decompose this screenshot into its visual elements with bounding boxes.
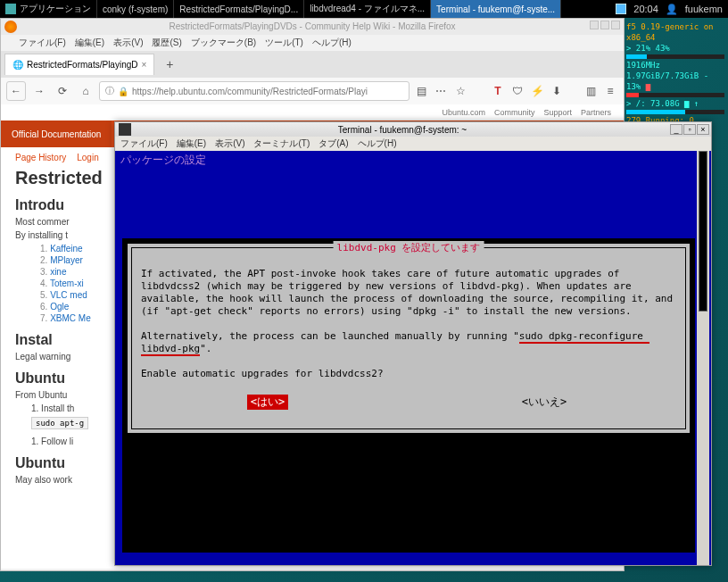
svg-rect-0 — [5, 4, 16, 14]
tray-icon[interactable] — [616, 4, 626, 14]
link-support[interactable]: Support — [543, 108, 572, 117]
conky-cpu: > 21% 43% — [626, 43, 724, 54]
link-community[interactable]: Community — [494, 108, 535, 117]
min-button[interactable] — [590, 21, 599, 29]
dialog-title: libdvd-pkg を設定しています — [334, 241, 484, 254]
sidebar-button[interactable]: ▥ — [583, 85, 599, 97]
link-login[interactable]: Login — [77, 153, 98, 162]
home-button[interactable]: ⌂ — [76, 81, 95, 101]
task-label: conky (f-system) — [103, 4, 168, 14]
terminal-body[interactable]: パッケージの設定 libdvd-pkg を設定しています If activate… — [115, 151, 711, 565]
task-label: libdvdread4 - ファイルマネ... — [310, 3, 425, 15]
xfce-taskbar: アプリケーション conky (f-system) RestrictedForm… — [0, 0, 728, 18]
tab-bar: 🌐 RestrictedFormats/PlayingD × + — [1, 51, 624, 78]
title-text: RestrictedFormats/PlayingDVDs - Communit… — [169, 21, 455, 31]
firefox-menubar: ファイル(F) 編集(E) 表示(V) 履歴(S) ブックマーク(B) ツール(… — [1, 35, 624, 51]
yes-button[interactable]: <はい> — [247, 395, 288, 410]
close-button[interactable] — [611, 21, 620, 29]
username: fuukemn — [685, 4, 723, 14]
task-firefox[interactable]: RestrictedFormats/PlayingD... — [174, 0, 304, 18]
browser-tab[interactable]: 🌐 RestrictedFormats/PlayingD × — [4, 54, 154, 75]
menu-help[interactable]: ヘルプ(H) — [312, 37, 352, 49]
no-button[interactable]: <いいえ> — [518, 395, 570, 410]
menu-history[interactable]: 履歴(S) — [152, 37, 181, 49]
terminal-titlebar[interactable]: Terminal - fuukemn@f-system: ~ _ ▫ × — [115, 122, 711, 137]
task-label: RestrictedFormats/PlayingD... — [179, 4, 298, 14]
terminal-title: Terminal - fuukemn@f-system: ~ — [135, 125, 670, 135]
tmenu-view[interactable]: 表示(V) — [215, 137, 244, 150]
conky-widget: f5 0.19-generic on x86_64 > 21% 43% 1916… — [626, 21, 724, 126]
terminal-menubar: ファイル(F) 編集(E) 表示(V) ターミナル(T) タブ(A) ヘルプ(H… — [115, 137, 711, 151]
cmd-box: sudo apt-g — [31, 417, 88, 429]
terminal-window: Terminal - fuukemn@f-system: ~ _ ▫ × ファイ… — [114, 121, 712, 566]
more-button[interactable]: ⋯ — [433, 85, 449, 97]
app-menu-button[interactable]: アプリケーション — [0, 0, 97, 18]
tab-close-icon[interactable]: × — [141, 60, 146, 70]
terminal-scrollbar[interactable] — [697, 151, 709, 565]
reload-button[interactable]: ⟳ — [53, 81, 72, 101]
dialog-text: If activated, the APT post-invoke hook t… — [132, 248, 685, 386]
app-menu-label: アプリケーション — [20, 3, 91, 15]
mouse-icon — [5, 4, 16, 14]
max-button[interactable]: ▫ — [683, 124, 696, 135]
forward-button[interactable]: → — [29, 81, 49, 101]
nav-official[interactable]: Official Documentation — [1, 121, 112, 147]
menu-view[interactable]: 表示(V) — [113, 37, 143, 49]
conky-kernel: f5 0.19-generic on x86_64 — [626, 21, 724, 43]
conky-mem: 1.97GiB/7.73GiB - 13% ▆ — [626, 71, 724, 92]
debconf-dialog: libdvd-pkg を設定しています If activated, the AP… — [126, 242, 691, 435]
back-button[interactable]: ← — [6, 81, 26, 101]
max-button[interactable] — [600, 21, 609, 29]
lock-icon: 🔒 — [118, 87, 128, 96]
hamburger-button[interactable]: ≡ — [602, 85, 618, 97]
firefox-icon — [4, 21, 17, 33]
tmenu-edit[interactable]: 編集(E) — [177, 137, 206, 150]
url-input[interactable]: ⓘ 🔒 https://help.ubuntu.com/community/Re… — [99, 81, 410, 101]
svg-rect-1 — [616, 4, 626, 14]
tab-favicon: 🌐 — [12, 60, 23, 70]
conky-freq: 1916MHz — [626, 60, 724, 71]
url-toolbar: ← → ⟳ ⌂ ⓘ 🔒 https://help.ubuntu.com/comm… — [1, 78, 624, 104]
tmenu-help[interactable]: ヘルプ(H) — [358, 137, 397, 150]
task-terminal[interactable]: Terminal - fuukemn@f-syste... — [431, 0, 561, 18]
flash-icon[interactable]: ⚡ — [529, 85, 545, 97]
firefox-titlebar[interactable]: RestrictedFormats/PlayingDVDs - Communit… — [1, 19, 624, 35]
task-label: Terminal - fuukemn@f-syste... — [436, 4, 555, 14]
conky-disk: > /: 73.08G ▆ ↑ — [626, 98, 724, 109]
new-tab-button[interactable]: + — [160, 54, 179, 74]
menu-bookmarks[interactable]: ブックマーク(B) — [191, 37, 256, 49]
link-page-history[interactable]: Page History — [15, 153, 66, 162]
clock: 20:04 — [633, 4, 658, 14]
tmenu-file[interactable]: ファイル(F) — [120, 137, 168, 150]
min-button[interactable]: _ — [670, 124, 682, 135]
menu-tools[interactable]: ツール(T) — [265, 37, 303, 49]
ext-t-icon[interactable]: T — [490, 85, 506, 97]
debconf-title: パッケージの設定 — [120, 153, 206, 168]
scrollbar-thumb[interactable] — [699, 151, 707, 312]
info-icon[interactable]: ⓘ — [105, 85, 114, 97]
close-button[interactable]: × — [697, 124, 709, 135]
menu-file[interactable]: ファイル(F) — [19, 37, 66, 49]
task-conky[interactable]: conky (f-system) — [97, 0, 174, 18]
downloads-icon[interactable]: ⬇ — [549, 85, 565, 97]
tmenu-tab[interactable]: タブ(A) — [318, 137, 348, 150]
tmenu-terminal[interactable]: ターミナル(T) — [253, 137, 310, 150]
task-fileman[interactable]: libdvdread4 - ファイルマネ... — [304, 0, 431, 18]
site-top-links: Ubuntu.com Community Support Partners — [1, 104, 624, 121]
user-icon[interactable]: 👤 — [666, 4, 678, 15]
link-partners[interactable]: Partners — [581, 108, 611, 117]
tab-label: RestrictedFormats/PlayingD — [27, 60, 137, 70]
url-text: https://help.ubuntu.com/community/Restri… — [132, 87, 368, 96]
ublock-icon[interactable]: 🛡 — [509, 85, 525, 97]
terminal-icon — [119, 123, 131, 136]
star-button[interactable]: ☆ — [452, 85, 468, 97]
reader-button[interactable]: ▤ — [413, 85, 429, 97]
menu-edit[interactable]: 編集(E) — [75, 37, 104, 49]
link-ubuntu[interactable]: Ubuntu.com — [442, 108, 485, 117]
